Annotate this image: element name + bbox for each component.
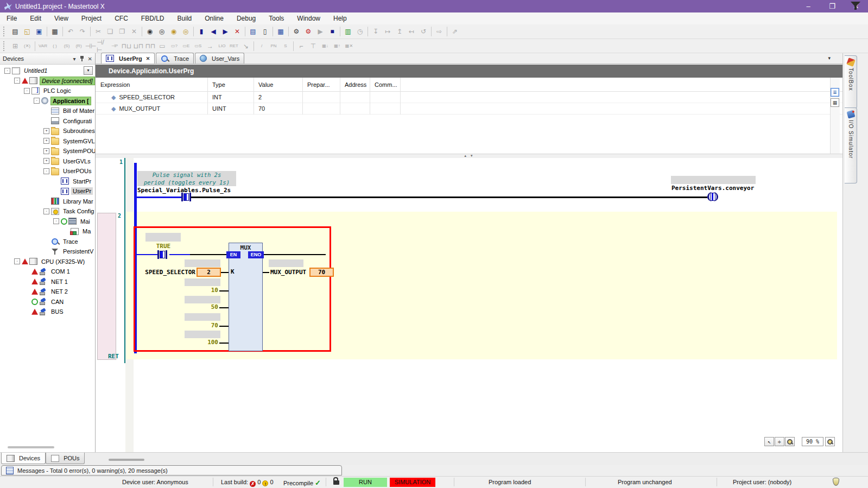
toolbar-button[interactable]: [47, 27, 47, 36]
toolbar-drag-handle[interactable]: [3, 27, 7, 36]
tree-expander[interactable]: -: [14, 258, 20, 264]
messages-tab[interactable]: Messages - Total 0 error(s), 0 warning(s…: [1, 465, 342, 476]
project-combo-dropdown[interactable]: ▾: [84, 66, 93, 75]
contact-pulse-2s[interactable]: [181, 193, 191, 201]
tree-item[interactable]: Configurati: [0, 116, 95, 126]
column-header[interactable]: Type: [207, 81, 254, 88]
contact-true-label[interactable]: TRUE: [151, 243, 175, 250]
column-header[interactable]: Prepar...: [302, 81, 340, 88]
declaration-view-button[interactable]: ≣: [831, 88, 839, 97]
toolbar-button[interactable]: →: [204, 40, 216, 52]
tree-item[interactable]: + Subroutines: [0, 126, 95, 136]
toolbar-button[interactable]: S: [280, 40, 292, 52]
watch-value[interactable]: 70: [254, 105, 302, 112]
menu-item[interactable]: Online: [198, 15, 230, 22]
output-value-box[interactable]: 70: [309, 268, 334, 277]
menu-item[interactable]: Tools: [262, 15, 290, 22]
tree-expander[interactable]: [24, 289, 30, 295]
toolbar-button[interactable]: ⊣⊢: [85, 40, 97, 52]
tree-item[interactable]: Ma: [0, 226, 95, 237]
toolbar-button[interactable]: (✕): [21, 40, 33, 52]
mux-input-value[interactable]: 50: [185, 303, 218, 310]
contact-true[interactable]: [157, 250, 167, 259]
menu-item[interactable]: Debug: [230, 15, 262, 22]
tree-expander[interactable]: [24, 309, 30, 315]
toolbar-button[interactable]: ⇗: [449, 26, 461, 37]
selector-value-box[interactable]: 2: [197, 268, 221, 277]
operand-comment-placeholder[interactable]: [185, 278, 220, 286]
menu-item[interactable]: Build: [171, 15, 199, 22]
toolbar-button[interactable]: LIO: [216, 40, 228, 52]
panel-close-icon[interactable]: ✕: [88, 56, 92, 62]
toolbar-button[interactable]: ▦↑: [331, 40, 343, 52]
toolbar-button[interactable]: /: [256, 40, 268, 52]
tree-expander[interactable]: [43, 108, 49, 114]
mux-input-value[interactable]: 100: [185, 339, 218, 346]
toolbar-button[interactable]: [62, 27, 63, 36]
toolbar-button[interactable]: ⊣/⊢: [97, 40, 109, 52]
toolbar-button[interactable]: ▯: [259, 26, 271, 37]
tree-item[interactable]: - Device [connected]: [0, 76, 95, 86]
toolbar-button[interactable]: ⇨: [433, 26, 445, 37]
operand-comment-placeholder[interactable]: [185, 259, 220, 267]
tree-item[interactable]: + SystemGVLs: [0, 136, 95, 147]
coil-conveyor[interactable]: [707, 192, 718, 201]
toolbar-button[interactable]: [273, 27, 273, 36]
toolbar-button[interactable]: ❏: [104, 26, 116, 37]
toolbar-button[interactable]: ▭E: [180, 40, 192, 52]
toolbar-button[interactable]: ▭: [156, 40, 168, 52]
operand-comment-placeholder[interactable]: [185, 331, 220, 338]
toolbar-button[interactable]: ↺: [417, 26, 429, 37]
contact-comment-placeholder[interactable]: [145, 233, 181, 242]
tree-expander[interactable]: [24, 269, 30, 275]
toolbar-button[interactable]: ✕: [231, 26, 243, 37]
menu-item[interactable]: Help: [327, 15, 353, 22]
tree-item[interactable]: - UserPOUs: [0, 166, 95, 176]
toolbar-button[interactable]: ↘: [240, 40, 252, 52]
zoom-tool-button[interactable]: [785, 437, 795, 446]
toolbar-button[interactable]: ▶: [219, 26, 231, 37]
toolbar-button[interactable]: ◀: [207, 26, 219, 37]
toolbar-button[interactable]: ⊓⊓: [144, 40, 156, 52]
operand-comment-placeholder[interactable]: [185, 313, 220, 321]
tree-expander[interactable]: -: [4, 68, 10, 74]
toolbar-button[interactable]: RET: [228, 40, 240, 52]
tree-item[interactable]: + SystemPOUs: [0, 146, 95, 156]
security-shield-icon[interactable]: [833, 478, 839, 486]
toolbar-button[interactable]: (R): [73, 40, 85, 52]
toolbar-button[interactable]: [340, 27, 340, 36]
tree-expander[interactable]: [63, 229, 69, 235]
tree-expander[interactable]: [53, 188, 59, 194]
toolbar-button[interactable]: [447, 27, 447, 36]
document-tab[interactable]: UserPrg ✕: [101, 53, 155, 64]
network-comment[interactable]: Pulse signal with 2s period (toggles eve…: [137, 171, 236, 186]
output-variable-label[interactable]: MUX_OUTPUT: [270, 269, 306, 276]
tree-item[interactable]: COM 1: [0, 267, 95, 277]
toolbar-button[interactable]: ◎: [156, 26, 168, 37]
tree-item[interactable]: CAN: [0, 297, 95, 307]
toolbar-button[interactable]: [35, 41, 35, 51]
toolbar-button[interactable]: ⊔⊓: [132, 40, 144, 52]
panel-tab[interactable]: POUs: [46, 453, 85, 464]
pin-icon[interactable]: [80, 56, 84, 61]
column-header[interactable]: Address: [340, 81, 370, 88]
tree-expander[interactable]: -: [43, 168, 49, 174]
tree-item[interactable]: StartPr: [0, 176, 95, 187]
toolbar-button[interactable]: ↥: [394, 26, 406, 37]
tree-item[interactable]: - PLC Logic: [0, 86, 95, 96]
restore-button[interactable]: ❐: [820, 0, 844, 12]
watch-value[interactable]: 2: [254, 94, 302, 100]
toolbar-button[interactable]: ◷: [354, 26, 366, 37]
mux-function-block[interactable]: MUX: [229, 243, 263, 351]
menu-item[interactable]: CFC: [108, 15, 135, 22]
tree-expander[interactable]: [53, 178, 59, 184]
return-label[interactable]: RET: [108, 353, 119, 360]
panel-collapse-icon[interactable]: ▾: [73, 56, 76, 62]
menu-item[interactable]: File: [0, 15, 23, 22]
tree-expander[interactable]: -: [53, 218, 59, 224]
column-header[interactable]: Expression: [96, 81, 207, 88]
toolbar-button[interactable]: ■: [326, 26, 338, 37]
toolbar-button[interactable]: ↦: [382, 26, 394, 37]
toolbar-button[interactable]: (S): [61, 40, 73, 52]
io-simulator-tab[interactable]: I/O Simulator: [845, 107, 857, 183]
